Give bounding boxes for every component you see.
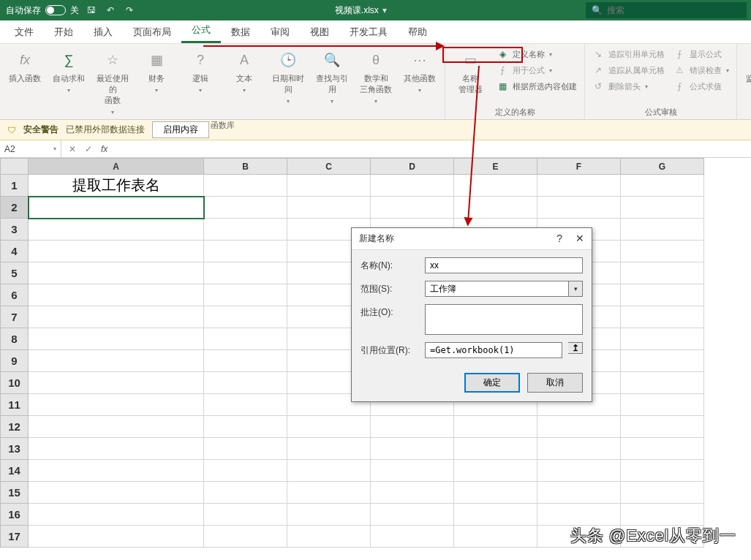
cell-B13[interactable] [204, 438, 287, 460]
remove-arrows-button[interactable]: ↺删除箭头 ▾ [589, 79, 668, 94]
more-functions-button[interactable]: ⋯ 其他函数▾ [399, 47, 440, 97]
cell-G9[interactable] [621, 350, 704, 372]
math-button[interactable]: θ 数学和 三角函数▾ [355, 47, 396, 107]
cell-D12[interactable] [371, 416, 454, 438]
row-header-9[interactable]: 9 [1, 350, 29, 372]
refers-to-input[interactable] [425, 342, 562, 358]
cell-B5[interactable] [204, 262, 287, 284]
cell-F2[interactable] [537, 197, 621, 219]
cell-F13[interactable] [537, 438, 621, 460]
cell-D13[interactable] [371, 438, 454, 460]
row-header-6[interactable]: 6 [1, 284, 29, 306]
tab-数据[interactable]: 数据 [221, 21, 260, 43]
cell-A6[interactable] [29, 284, 204, 306]
cell-C15[interactable] [287, 482, 371, 504]
col-header-G[interactable]: G [621, 159, 704, 175]
cell-F12[interactable] [537, 416, 621, 438]
recent-functions-button[interactable]: ☆ 最近使用的 函数▾ [92, 47, 133, 118]
search-input[interactable] [607, 5, 731, 15]
cell-C14[interactable] [287, 460, 371, 482]
cell-F16[interactable] [537, 504, 621, 526]
cell-A2[interactable] [29, 197, 204, 219]
cell-B11[interactable] [204, 394, 287, 416]
cell-G16[interactable] [621, 504, 704, 526]
cell-A17[interactable] [29, 526, 204, 548]
cell-G11[interactable] [621, 394, 704, 416]
cell-D17[interactable] [371, 526, 454, 548]
cell-D15[interactable] [371, 482, 454, 504]
cell-E2[interactable] [454, 197, 537, 219]
cell-A9[interactable] [29, 350, 204, 372]
cell-E15[interactable] [454, 482, 537, 504]
row-header-12[interactable]: 12 [1, 416, 29, 438]
formula-input[interactable] [115, 140, 751, 157]
cell-E13[interactable] [454, 438, 537, 460]
error-checking-button[interactable]: ⚠错误检查 ▾ [671, 63, 732, 77]
tab-文件[interactable]: 文件 [4, 21, 44, 43]
redo-icon[interactable]: ↷ [123, 4, 136, 17]
tab-开发工具[interactable]: 开发工具 [339, 21, 398, 43]
cell-A8[interactable] [29, 328, 204, 350]
cell-B9[interactable] [204, 350, 287, 372]
cell-B3[interactable] [204, 219, 287, 241]
tab-帮助[interactable]: 帮助 [398, 21, 437, 43]
name-box[interactable]: A2 ▾ [0, 140, 61, 157]
cell-B15[interactable] [204, 482, 287, 504]
title-dropdown-icon[interactable]: ▾ [381, 5, 387, 15]
comment-textarea[interactable] [425, 304, 583, 335]
save-icon[interactable]: 🖫 [85, 4, 98, 17]
row-header-14[interactable]: 14 [1, 460, 29, 482]
autosum-button[interactable]: ∑ 自动求和▾ [48, 47, 89, 97]
cell-A12[interactable] [29, 416, 204, 438]
trace-dependents-button[interactable]: ↗追踪从属单元格 [589, 63, 668, 77]
enter-icon[interactable]: ✓ [85, 144, 92, 154]
cell-G15[interactable] [621, 482, 704, 504]
cell-E16[interactable] [454, 504, 537, 526]
cell-D16[interactable] [371, 504, 454, 526]
cell-D1[interactable] [371, 175, 454, 197]
tab-审阅[interactable]: 审阅 [260, 21, 300, 43]
cell-F1[interactable] [537, 175, 621, 197]
cell-A4[interactable] [29, 241, 204, 262]
close-icon[interactable]: ✕ [575, 232, 584, 245]
name-input[interactable] [425, 257, 583, 273]
col-header-A[interactable]: A [29, 159, 204, 175]
row-header-13[interactable]: 13 [1, 438, 29, 460]
cell-B16[interactable] [204, 504, 287, 526]
cell-G5[interactable] [621, 262, 704, 284]
cell-B7[interactable] [204, 306, 287, 328]
define-name-button[interactable]: ◈定义名称 ▾ [494, 47, 580, 61]
cell-F14[interactable] [537, 460, 621, 482]
cell-A7[interactable] [29, 306, 204, 328]
cell-G1[interactable] [621, 175, 704, 197]
row-header-17[interactable]: 17 [1, 526, 29, 548]
use-in-formula-button[interactable]: ⨍用于公式 ▾ [494, 63, 580, 77]
cell-A11[interactable] [29, 394, 204, 416]
row-header-15[interactable]: 15 [1, 482, 29, 504]
text-button[interactable]: A 文本▾ [224, 47, 265, 97]
cell-B10[interactable] [204, 372, 287, 394]
row-header-5[interactable]: 5 [1, 262, 29, 284]
col-header-B[interactable]: B [204, 159, 287, 175]
cell-A13[interactable] [29, 438, 204, 460]
tab-插入[interactable]: 插入 [83, 21, 123, 43]
insert-function-button[interactable]: fx 插入函数 [4, 47, 45, 87]
cell-G7[interactable] [621, 306, 704, 328]
cell-G10[interactable] [621, 372, 704, 394]
name-manager-button[interactable]: ▭ 名称 管理器 [450, 47, 491, 98]
ok-button[interactable]: 确定 [464, 373, 520, 393]
row-header-1[interactable]: 1 [1, 175, 29, 197]
row-header-7[interactable]: 7 [1, 306, 29, 328]
cell-B6[interactable] [204, 284, 287, 306]
cell-G8[interactable] [621, 328, 704, 350]
cell-A14[interactable] [29, 460, 204, 482]
row-header-3[interactable]: 3 [1, 219, 29, 241]
cell-E1[interactable] [454, 175, 537, 197]
cell-G12[interactable] [621, 416, 704, 438]
col-header-D[interactable]: D [371, 159, 454, 175]
row-header-16[interactable]: 16 [1, 504, 29, 526]
cell-D2[interactable] [371, 197, 454, 219]
tab-页面布局[interactable]: 页面布局 [123, 21, 181, 43]
tab-公式[interactable]: 公式 [181, 19, 221, 43]
cell-C16[interactable] [287, 504, 371, 526]
